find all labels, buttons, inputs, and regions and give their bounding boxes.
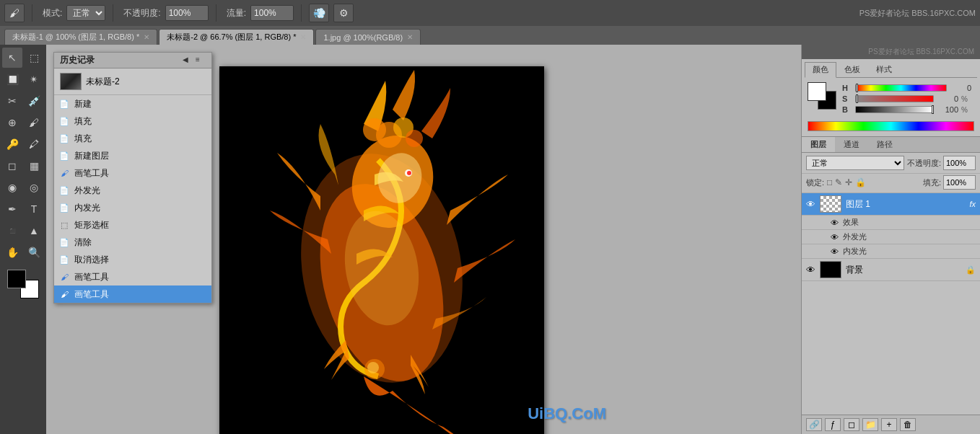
- paths-tab[interactable]: 路径: [868, 137, 901, 152]
- magic-wand-tool[interactable]: ✴: [24, 69, 44, 89]
- hue-slider[interactable]: [855, 84, 947, 92]
- layer-link-btn[interactable]: 🔗: [806, 418, 822, 431]
- color-tab[interactable]: 颜色: [805, 62, 836, 78]
- settings-btn[interactable]: ⚙: [333, 4, 354, 22]
- layer-style-btn[interactable]: ƒ: [825, 418, 841, 431]
- brush-tool-btn[interactable]: 🖌: [4, 4, 25, 22]
- path-select-tool[interactable]: ▲: [24, 221, 44, 241]
- effects-visibility[interactable]: 👁: [831, 218, 839, 227]
- layer-group-btn[interactable]: 📁: [862, 418, 878, 431]
- eyedropper-tool[interactable]: 💉: [24, 91, 44, 111]
- airbrush-btn[interactable]: 💨: [309, 4, 329, 22]
- opacity-input[interactable]: 100%: [165, 5, 209, 21]
- layer-new-btn[interactable]: +: [881, 418, 897, 431]
- crop-tool[interactable]: ✂: [2, 91, 22, 111]
- gradient-tool[interactable]: ▦: [24, 156, 44, 176]
- lock-transparent-icon[interactable]: □: [827, 177, 832, 187]
- flow-input[interactable]: 100%: [250, 5, 294, 21]
- history-item-label-5: 画笔工具: [74, 167, 109, 180]
- history-item[interactable]: 📄 清除: [54, 234, 211, 251]
- panel-menu-btn[interactable]: ≡: [196, 56, 206, 66]
- layer-1-visibility[interactable]: 👁: [806, 199, 815, 210]
- styles-tab[interactable]: 样式: [868, 62, 900, 77]
- layer-bg-thumb: [820, 261, 841, 278]
- layer-fill-group: 填充: 100%: [923, 175, 976, 190]
- history-item[interactable]: ⬚ 矩形选框: [54, 216, 211, 234]
- sat-label: S: [842, 94, 852, 103]
- canvas-area[interactable]: [219, 66, 544, 434]
- layer-bg-visibility[interactable]: 👁: [806, 265, 815, 275]
- sat-slider[interactable]: [855, 95, 934, 102]
- layer-fill-input[interactable]: 100%: [943, 175, 976, 190]
- layer-opacity-input[interactable]: 100%: [943, 156, 976, 170]
- clone-tool[interactable]: 🔑: [2, 134, 22, 154]
- panel-collapse-btn[interactable]: ◀: [183, 56, 193, 66]
- swatches-tab[interactable]: 色板: [836, 62, 868, 77]
- history-item-icon-7: 📄: [58, 202, 70, 213]
- outer-glow-visibility[interactable]: 👁: [831, 233, 839, 242]
- lock-all-icon[interactable]: 🔒: [855, 177, 866, 187]
- svg-point-13: [367, 362, 379, 373]
- eraser-tool[interactable]: ◻: [2, 156, 22, 176]
- blur-tool[interactable]: ◉: [2, 177, 22, 198]
- dragon-artwork: [219, 66, 544, 434]
- history-item[interactable]: 📄 外发光: [54, 182, 211, 199]
- history-item[interactable]: 🖌 画笔工具: [54, 268, 211, 285]
- lock-image-icon[interactable]: ✎: [835, 177, 842, 187]
- mode-select[interactable]: 正常: [66, 5, 105, 21]
- fg-bg-color-picker: [7, 270, 39, 298]
- layer-mode-select[interactable]: 正常: [806, 156, 904, 170]
- history-brush[interactable]: 🖍: [24, 134, 44, 154]
- history-item-selected[interactable]: 🖌 画笔工具: [54, 285, 211, 303]
- history-snapshot[interactable]: 未标题-2: [54, 68, 211, 95]
- pen-tool[interactable]: ✒: [2, 199, 22, 219]
- lasso-tool[interactable]: 🔲: [2, 69, 22, 89]
- layer-item-1[interactable]: 👁 图层 1 fx: [802, 193, 980, 216]
- sat-thumb[interactable]: [856, 94, 858, 103]
- color-preview-bar[interactable]: [808, 121, 974, 131]
- zoom-tool[interactable]: 🔍: [24, 242, 44, 262]
- tab-3-close[interactable]: ✕: [407, 33, 413, 41]
- layer-1-outer-glow: 👁 外发光: [802, 230, 980, 244]
- history-item[interactable]: 📄 新建: [54, 95, 211, 112]
- history-item[interactable]: 🖌 画笔工具: [54, 164, 211, 182]
- foreground-color[interactable]: [7, 270, 26, 288]
- history-item[interactable]: 📄 新建图层: [54, 147, 211, 164]
- history-item[interactable]: 📄 取消选择: [54, 251, 211, 268]
- tab-2[interactable]: 未标题-2 @ 66.7% (图层 1, RGB/8) * ✕: [159, 29, 314, 45]
- tab-3[interactable]: 1.jpg @ 100%(RGB/8) ✕: [315, 29, 421, 45]
- tab-1[interactable]: 未标题-1 @ 100% (图层 1, RGB/8) * ✕: [4, 29, 157, 45]
- history-panel-header: 历史记录 ◀ ≡: [54, 53, 211, 68]
- hand-tool[interactable]: ✋: [2, 242, 22, 262]
- svg-point-11: [406, 130, 423, 147]
- bri-thumb[interactable]: [932, 105, 934, 114]
- history-item[interactable]: 📄 填充: [54, 130, 211, 147]
- bri-value: 100: [937, 105, 958, 114]
- separator-3: [216, 4, 216, 22]
- move-tool[interactable]: ↖: [2, 48, 22, 68]
- inner-glow-visibility[interactable]: 👁: [831, 247, 839, 256]
- brush-tool[interactable]: 🖌: [24, 112, 44, 133]
- text-tool[interactable]: T: [24, 199, 44, 219]
- color-fg-box[interactable]: [808, 82, 826, 101]
- heal-tool[interactable]: ⊕: [2, 112, 22, 133]
- select-tool[interactable]: ⬚: [24, 48, 44, 68]
- snapshot-name: 未标题-2: [86, 76, 120, 88]
- layers-tab[interactable]: 图层: [802, 137, 835, 152]
- layer-bg-lock: 🔒: [966, 265, 976, 275]
- layer-mask-btn[interactable]: ◻: [844, 418, 859, 431]
- tab-2-close[interactable]: ✕: [300, 33, 306, 41]
- history-item[interactable]: 📄 填充: [54, 112, 211, 130]
- history-item[interactable]: 📄 内发光: [54, 199, 211, 216]
- lock-position-icon[interactable]: ✛: [845, 177, 852, 187]
- layer-delete-btn[interactable]: 🗑: [900, 418, 916, 431]
- effects-label: 效果: [843, 217, 859, 228]
- shape-tool[interactable]: ◾: [2, 221, 22, 241]
- layer-1-name: 图层 1: [846, 198, 965, 211]
- hue-thumb[interactable]: [856, 84, 858, 92]
- tab-1-close[interactable]: ✕: [144, 33, 149, 41]
- bri-slider[interactable]: [855, 106, 934, 113]
- layer-item-bg[interactable]: 👁 背景 🔒: [802, 259, 980, 281]
- dodge-tool[interactable]: ◎: [24, 177, 44, 198]
- channels-tab[interactable]: 通道: [835, 137, 868, 152]
